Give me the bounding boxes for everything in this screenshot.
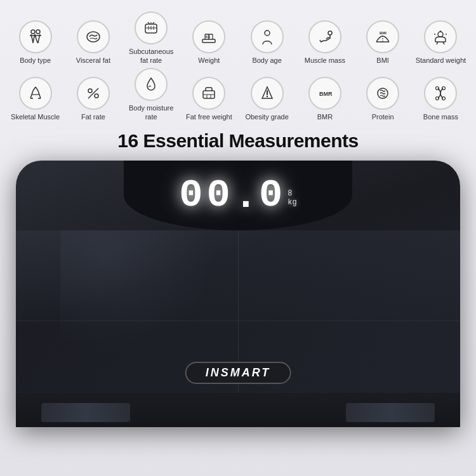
- svg-point-7: [328, 31, 332, 35]
- svg-point-14: [266, 96, 267, 97]
- svg-text:BMR: BMR: [319, 91, 333, 97]
- icon-item-fat-free-weight: Fat free weight: [183, 77, 235, 121]
- svg-rect-4: [202, 39, 215, 43]
- icon-item-bmr: BMR BMR: [299, 77, 351, 121]
- visceral-fat-icon: [77, 20, 110, 53]
- visceral-fat-label: Visceral fat: [76, 56, 110, 65]
- protein-icon: [366, 77, 399, 110]
- brand-label: INSMART: [206, 366, 271, 379]
- scale-device: 0 0 . 0 8 kg INSMART: [16, 161, 460, 427]
- sensor-strip-left: [41, 403, 130, 422]
- body-moisture-label: Body moisture rate: [125, 103, 177, 122]
- digit-0: 0: [179, 176, 205, 215]
- svg-point-2: [87, 32, 100, 42]
- icon-item-fat-rate: Fat rate: [67, 77, 119, 121]
- icon-item-body-moisture: Body moisture rate: [125, 68, 177, 122]
- svg-point-9: [438, 32, 443, 37]
- body-type-label: Body type: [20, 56, 51, 65]
- icons-row-1: Body type Visceral fat: [6, 11, 470, 65]
- svg-point-1: [36, 30, 40, 34]
- digit-dot: .: [234, 177, 258, 216]
- unit-bottom: kg: [288, 198, 296, 207]
- obesity-grade-label: Obesity grade: [245, 112, 288, 121]
- icon-item-visceral-fat: Visceral fat: [67, 20, 119, 65]
- subcut-fat-icon: [135, 11, 168, 44]
- bmi-icon: BMI: [366, 20, 399, 53]
- digit-2: 0: [259, 176, 285, 215]
- icon-item-subcut-fat: Subcutaneous fat rate: [125, 11, 177, 65]
- bone-mass-label: Bone mass: [423, 112, 458, 121]
- svg-point-11: [95, 94, 98, 98]
- body-type-icon: [19, 20, 52, 53]
- icons-row-2: Skeletal Muscle Fat rate: [6, 68, 470, 122]
- protein-label: Protein: [372, 112, 394, 121]
- bmi-label: BMI: [376, 56, 389, 65]
- svg-point-10: [88, 89, 92, 93]
- bmr-icon: BMR: [308, 77, 341, 110]
- unit-top: 8: [288, 189, 292, 198]
- scale-display-area: 0 0 . 0 8 kg: [124, 161, 352, 230]
- icon-item-weight: KG Weight: [183, 20, 235, 65]
- svg-point-0: [31, 30, 35, 34]
- page: Body type Visceral fat: [0, 0, 476, 476]
- fat-free-weight-label: Fat free weight: [186, 112, 232, 121]
- skeletal-muscle-icon: [19, 77, 52, 110]
- muscle-mass-icon: [308, 20, 341, 53]
- muscle-mass-label: Muscle mass: [305, 56, 345, 65]
- brand-label-container: INSMART: [185, 362, 291, 384]
- fat-rate-label: Fat rate: [81, 112, 105, 121]
- weight-icon: KG: [192, 20, 225, 53]
- icon-item-body-type: Body type: [10, 20, 62, 65]
- weight-label: Weight: [198, 56, 220, 65]
- bmr-label: BMR: [317, 112, 333, 121]
- body-age-icon: [251, 20, 284, 53]
- unit-stack: 8 kg: [288, 189, 296, 207]
- svg-text:KG: KG: [206, 35, 211, 39]
- body-age-label: Body age: [252, 56, 281, 65]
- bone-mass-icon: [424, 77, 457, 110]
- icon-item-bone-mass: Bone mass: [414, 77, 466, 121]
- fat-rate-icon: [77, 77, 110, 110]
- digital-display: 0 0 . 0 8 kg: [179, 176, 296, 215]
- standard-weight-label: Standard weight: [416, 56, 466, 65]
- obesity-grade-icon: [251, 77, 284, 110]
- skeletal-muscle-label: Skeletal Muscle: [11, 112, 60, 121]
- sensor-strip-right: [346, 403, 435, 422]
- fat-free-weight-icon: [192, 77, 225, 110]
- scale-bottom-strip: [16, 392, 460, 427]
- icon-item-skeletal-muscle: Skeletal Muscle: [10, 77, 62, 121]
- icon-item-standard-weight: Standard weight: [414, 20, 466, 65]
- icon-item-muscle-mass: Muscle mass: [299, 20, 351, 65]
- main-heading: 16 Essential Measurements: [117, 130, 358, 152]
- standard-weight-icon: [424, 20, 457, 53]
- icon-item-bmi: BMI BMI: [357, 20, 409, 65]
- digit-1: 0: [207, 176, 233, 215]
- scale-divider-horizontal: [16, 321, 460, 321]
- icon-item-body-age: Body age: [241, 20, 293, 65]
- body-moisture-icon: [135, 68, 168, 101]
- svg-text:BMI: BMI: [380, 31, 387, 35]
- subcut-fat-label: Subcutaneous fat rate: [125, 47, 177, 65]
- icon-item-protein: Protein: [357, 77, 409, 121]
- icons-section: Body type Visceral fat: [6, 11, 470, 121]
- icon-item-obesity-grade: Obesity grade: [241, 77, 293, 121]
- svg-point-6: [265, 30, 270, 36]
